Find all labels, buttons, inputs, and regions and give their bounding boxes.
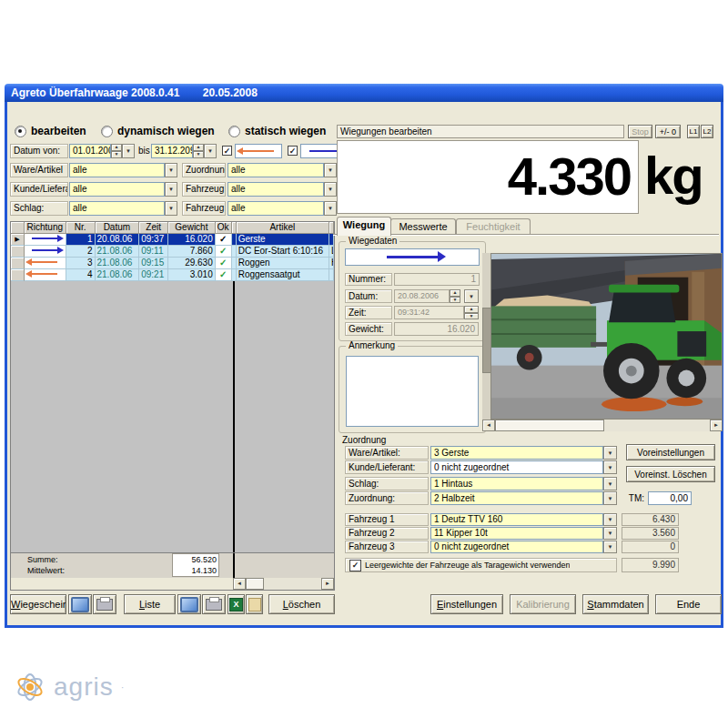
table-row[interactable]: 3 21.08.06 09:15 29.630 ✓ Roggen He xyxy=(11,258,334,269)
mode-radio-statisch[interactable]: statisch wiegen xyxy=(228,125,326,137)
zeit-spinner[interactable]: ▲ ▼ xyxy=(464,306,479,319)
fahrzeug2-select[interactable]: 11 Kipper 10t xyxy=(430,527,603,540)
fahrzeug2-filter-select[interactable]: alle xyxy=(228,201,324,216)
liste-preview-button[interactable] xyxy=(177,594,201,614)
loeschen-button[interactable]: Löschen xyxy=(268,594,335,614)
l2-button[interactable]: L2 xyxy=(701,125,713,138)
fahrzeug2-filter-dropdown-button[interactable]: ▼ xyxy=(324,201,337,216)
wiegeschein-button[interactable]: Wiegeschein xyxy=(10,594,66,614)
fahrzeug1-filter-select[interactable]: alle xyxy=(228,182,324,197)
voreinst-loeschen-button[interactable]: Voreinst. Löschen xyxy=(626,466,715,482)
ende-button[interactable]: Ende xyxy=(655,594,722,614)
weight-unit: kg xyxy=(644,140,722,214)
table-scroll-area: ◄ ► xyxy=(11,578,334,590)
datum-von-dropdown-button[interactable]: ▼ xyxy=(122,144,135,158)
einfahrt-filter-checkbox[interactable]: ✓ xyxy=(222,146,232,156)
spin-up-icon[interactable]: ▲ xyxy=(111,144,122,151)
fahrzeug2-dropdown-button[interactable]: ▼ xyxy=(603,527,617,540)
wiegeschein-print-button[interactable] xyxy=(93,594,116,614)
table-horizontal-scrollbar[interactable]: ◄ ► xyxy=(233,578,334,590)
scroll-right-icon[interactable]: ► xyxy=(710,420,723,431)
spin-up-icon[interactable]: ▲ xyxy=(464,306,479,313)
mode-radio-dynamisch[interactable]: dynamisch wiegen xyxy=(101,125,215,137)
fahrzeug3-dropdown-button[interactable]: ▼ xyxy=(603,541,617,553)
photo-horizontal-scrollbar[interactable]: ◄ ► xyxy=(482,420,723,431)
header-artikel[interactable]: Artikel xyxy=(237,222,329,234)
header-richtung[interactable]: Richtung xyxy=(25,222,66,234)
liste-button[interactable]: Liste xyxy=(124,594,176,614)
datum-dropdown-button[interactable]: ▼ xyxy=(464,289,479,303)
tab-wiegung[interactable]: Wiegung xyxy=(337,217,391,236)
header-zeit[interactable]: Zeit xyxy=(139,222,168,234)
tara-checkbox[interactable]: ✓ xyxy=(349,560,361,571)
fahrzeug1-select[interactable]: 1 Deutz TTV 160 xyxy=(430,513,603,526)
einstellungen-button[interactable]: Einstellungen xyxy=(430,594,503,614)
zuordnung-filter-dropdown-button[interactable]: ▼ xyxy=(324,163,337,177)
schlag-filter-select[interactable]: alle xyxy=(69,201,165,216)
zuordnung-ware-select[interactable]: 3 Gerste xyxy=(430,446,603,460)
fahrzeug1-filter-dropdown-button[interactable]: ▼ xyxy=(324,182,337,197)
document-export-button[interactable] xyxy=(246,594,263,614)
tm-label: TM: xyxy=(622,493,644,503)
zuordnung-schlag-select[interactable]: 1 Hintaus xyxy=(430,477,603,490)
zuordnung-kunde-select[interactable]: 0 nicht zugeordnet xyxy=(430,460,603,474)
schlag-filter-dropdown-button[interactable]: ▼ xyxy=(165,201,177,216)
datum-bis-spinner[interactable]: ▲ ▼ xyxy=(193,144,204,158)
spin-down-icon[interactable]: ▼ xyxy=(193,151,204,158)
l1-button[interactable]: L1 xyxy=(687,125,700,138)
kunde-filter-select[interactable]: alle xyxy=(69,182,165,197)
zuordnung-zuordnung-dropdown-button[interactable]: ▼ xyxy=(603,491,617,505)
ware-filter-select[interactable]: alle xyxy=(69,163,165,177)
wiegeschein-preview-button[interactable] xyxy=(68,594,92,614)
tab-messwerte[interactable]: Messwerte xyxy=(390,218,456,236)
spin-down-icon[interactable]: ▼ xyxy=(464,313,479,320)
scrollbar-thumb[interactable] xyxy=(246,578,264,590)
spin-down-icon[interactable]: ▼ xyxy=(111,151,122,158)
ausfahrt-filter-checkbox[interactable]: ✓ xyxy=(288,146,298,156)
anmerkung-group-label: Anmerkung xyxy=(346,341,398,350)
zuordnung-ware-dropdown-button[interactable]: ▼ xyxy=(603,446,617,460)
table-row[interactable]: 4 21.08.06 09:21 3.010 ✓ Roggensaatgut xyxy=(11,269,334,281)
zuordnung-schlag-dropdown-button[interactable]: ▼ xyxy=(603,477,617,490)
header-datum[interactable]: Datum xyxy=(96,222,140,234)
table-row[interactable]: 2 21.08.06 09:11 7.860 ✓ DC Eor-Start 6:… xyxy=(11,246,334,258)
weighings-table[interactable]: Richtung Nr. Datum Zeit Gewicht Ok Artik… xyxy=(10,221,335,591)
scroll-right-icon[interactable]: ► xyxy=(321,578,334,590)
datum-spinner[interactable]: ▲ ▼ xyxy=(450,289,460,303)
scroll-left-icon[interactable]: ◄ xyxy=(482,420,495,431)
fahrzeug3-select[interactable]: 0 nicht zugeordnet xyxy=(430,541,603,553)
photo-vertical-scrollbar[interactable] xyxy=(482,253,490,420)
excel-export-button[interactable]: X xyxy=(228,594,245,614)
zuordnung-zuordnung-select[interactable]: 2 Halbzeit xyxy=(430,491,603,505)
kunde-filter-dropdown-button[interactable]: ▼ xyxy=(165,182,177,197)
fahrzeug1-dropdown-button[interactable]: ▼ xyxy=(603,513,617,526)
header-nr[interactable]: Nr. xyxy=(66,222,96,234)
zuordnung-filter-select[interactable]: alle xyxy=(228,163,324,177)
datum-bis-dropdown-button[interactable]: ▼ xyxy=(204,144,217,158)
stop-button[interactable]: Stop xyxy=(628,125,652,138)
spin-up-icon[interactable]: ▲ xyxy=(450,289,460,297)
tm-field[interactable]: 0,00 xyxy=(648,491,692,505)
zuordnung-kunde-dropdown-button[interactable]: ▼ xyxy=(603,460,617,474)
ware-filter-dropdown-button[interactable]: ▼ xyxy=(165,163,177,177)
window-titlebar[interactable]: Agreto Überfahrwaage 2008.0.41 20.05.200… xyxy=(5,84,723,102)
datum-bis-input[interactable]: 31.12.2099 xyxy=(151,144,193,158)
liste-print-button[interactable] xyxy=(202,594,226,614)
scrollbar-thumb[interactable] xyxy=(495,420,604,431)
table-row[interactable]: ▶ 1 20.08.06 09:37 16.020 ✓ Gerste xyxy=(11,234,334,246)
datum-von-spinner[interactable]: ▲ ▼ xyxy=(111,144,122,158)
header-gewicht[interactable]: Gewicht xyxy=(168,222,216,234)
tare-zero-button[interactable]: +/- 0 xyxy=(655,125,681,138)
datum-von-input[interactable]: 01.01.2005 xyxy=(69,144,111,158)
fahrzeug2-label: Fahrzeug 2 xyxy=(345,527,429,540)
scroll-left-icon[interactable]: ◄ xyxy=(233,578,246,590)
stammdaten-button[interactable]: Stammdaten xyxy=(582,594,649,614)
anmerkung-textarea[interactable] xyxy=(346,356,479,427)
direction-arrow-right-icon xyxy=(25,246,66,258)
mode-radio-bearbeiten[interactable]: bearbeiten xyxy=(15,125,86,137)
header-ok[interactable]: Ok xyxy=(216,222,232,234)
voreinstellungen-button[interactable]: Voreinstellungen xyxy=(626,444,715,460)
ausfahrt-arrow-button[interactable] xyxy=(235,144,282,158)
spin-down-icon[interactable]: ▼ xyxy=(450,297,460,304)
spin-up-icon[interactable]: ▲ xyxy=(193,144,204,151)
